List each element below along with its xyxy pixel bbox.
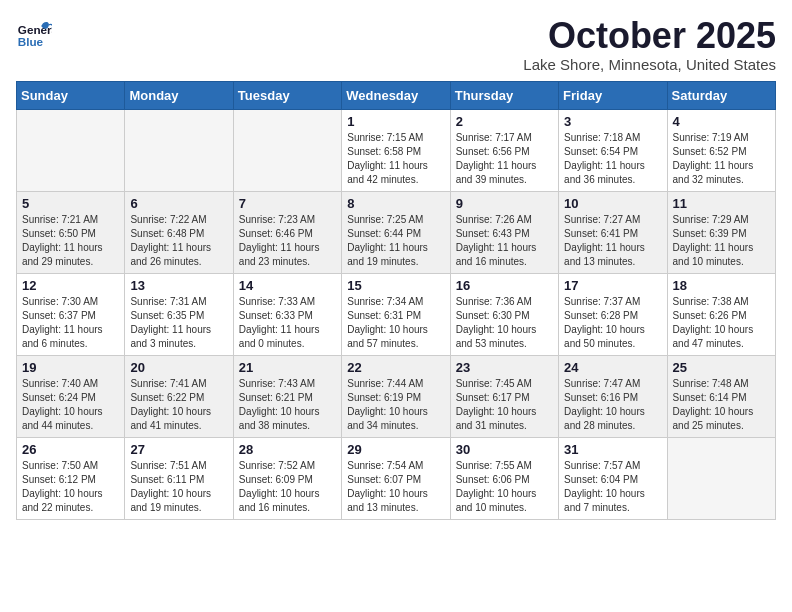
day-info: Sunrise: 7:25 AM Sunset: 6:44 PM Dayligh… — [347, 213, 444, 269]
calendar-cell: 31Sunrise: 7:57 AM Sunset: 6:04 PM Dayli… — [559, 437, 667, 519]
day-number: 5 — [22, 196, 119, 211]
weekday-header-tuesday: Tuesday — [233, 81, 341, 109]
calendar-cell: 6Sunrise: 7:22 AM Sunset: 6:48 PM Daylig… — [125, 191, 233, 273]
weekday-header-wednesday: Wednesday — [342, 81, 450, 109]
day-info: Sunrise: 7:19 AM Sunset: 6:52 PM Dayligh… — [673, 131, 770, 187]
weekday-header-sunday: Sunday — [17, 81, 125, 109]
logo-icon: General Blue — [16, 16, 52, 52]
calendar-cell — [125, 109, 233, 191]
month-title: October 2025 — [523, 16, 776, 56]
day-info: Sunrise: 7:38 AM Sunset: 6:26 PM Dayligh… — [673, 295, 770, 351]
calendar-cell — [17, 109, 125, 191]
calendar-cell: 18Sunrise: 7:38 AM Sunset: 6:26 PM Dayli… — [667, 273, 775, 355]
day-number: 9 — [456, 196, 553, 211]
calendar-cell: 3Sunrise: 7:18 AM Sunset: 6:54 PM Daylig… — [559, 109, 667, 191]
day-number: 18 — [673, 278, 770, 293]
page-header: General Blue October 2025 Lake Shore, Mi… — [16, 16, 776, 73]
calendar-cell: 29Sunrise: 7:54 AM Sunset: 6:07 PM Dayli… — [342, 437, 450, 519]
day-number: 4 — [673, 114, 770, 129]
day-number: 25 — [673, 360, 770, 375]
day-number: 8 — [347, 196, 444, 211]
day-info: Sunrise: 7:17 AM Sunset: 6:56 PM Dayligh… — [456, 131, 553, 187]
day-info: Sunrise: 7:15 AM Sunset: 6:58 PM Dayligh… — [347, 131, 444, 187]
day-number: 10 — [564, 196, 661, 211]
calendar-cell: 7Sunrise: 7:23 AM Sunset: 6:46 PM Daylig… — [233, 191, 341, 273]
calendar-cell — [233, 109, 341, 191]
day-info: Sunrise: 7:52 AM Sunset: 6:09 PM Dayligh… — [239, 459, 336, 515]
day-number: 30 — [456, 442, 553, 457]
calendar-cell: 23Sunrise: 7:45 AM Sunset: 6:17 PM Dayli… — [450, 355, 558, 437]
calendar-cell: 19Sunrise: 7:40 AM Sunset: 6:24 PM Dayli… — [17, 355, 125, 437]
calendar-cell: 25Sunrise: 7:48 AM Sunset: 6:14 PM Dayli… — [667, 355, 775, 437]
day-number: 15 — [347, 278, 444, 293]
calendar-week-row: 12Sunrise: 7:30 AM Sunset: 6:37 PM Dayli… — [17, 273, 776, 355]
calendar-cell: 14Sunrise: 7:33 AM Sunset: 6:33 PM Dayli… — [233, 273, 341, 355]
day-info: Sunrise: 7:37 AM Sunset: 6:28 PM Dayligh… — [564, 295, 661, 351]
day-info: Sunrise: 7:47 AM Sunset: 6:16 PM Dayligh… — [564, 377, 661, 433]
calendar-week-row: 5Sunrise: 7:21 AM Sunset: 6:50 PM Daylig… — [17, 191, 776, 273]
day-number: 24 — [564, 360, 661, 375]
weekday-header-friday: Friday — [559, 81, 667, 109]
calendar-cell: 26Sunrise: 7:50 AM Sunset: 6:12 PM Dayli… — [17, 437, 125, 519]
day-number: 27 — [130, 442, 227, 457]
day-info: Sunrise: 7:41 AM Sunset: 6:22 PM Dayligh… — [130, 377, 227, 433]
calendar-cell: 28Sunrise: 7:52 AM Sunset: 6:09 PM Dayli… — [233, 437, 341, 519]
day-number: 14 — [239, 278, 336, 293]
title-section: October 2025 Lake Shore, Minnesota, Unit… — [523, 16, 776, 73]
calendar-cell: 21Sunrise: 7:43 AM Sunset: 6:21 PM Dayli… — [233, 355, 341, 437]
day-info: Sunrise: 7:26 AM Sunset: 6:43 PM Dayligh… — [456, 213, 553, 269]
day-info: Sunrise: 7:50 AM Sunset: 6:12 PM Dayligh… — [22, 459, 119, 515]
day-info: Sunrise: 7:44 AM Sunset: 6:19 PM Dayligh… — [347, 377, 444, 433]
day-number: 20 — [130, 360, 227, 375]
day-number: 22 — [347, 360, 444, 375]
day-number: 2 — [456, 114, 553, 129]
day-number: 3 — [564, 114, 661, 129]
day-info: Sunrise: 7:55 AM Sunset: 6:06 PM Dayligh… — [456, 459, 553, 515]
day-info: Sunrise: 7:40 AM Sunset: 6:24 PM Dayligh… — [22, 377, 119, 433]
day-number: 26 — [22, 442, 119, 457]
calendar-week-row: 19Sunrise: 7:40 AM Sunset: 6:24 PM Dayli… — [17, 355, 776, 437]
day-info: Sunrise: 7:22 AM Sunset: 6:48 PM Dayligh… — [130, 213, 227, 269]
calendar-cell: 13Sunrise: 7:31 AM Sunset: 6:35 PM Dayli… — [125, 273, 233, 355]
calendar-cell: 10Sunrise: 7:27 AM Sunset: 6:41 PM Dayli… — [559, 191, 667, 273]
calendar-week-row: 1Sunrise: 7:15 AM Sunset: 6:58 PM Daylig… — [17, 109, 776, 191]
calendar-cell: 30Sunrise: 7:55 AM Sunset: 6:06 PM Dayli… — [450, 437, 558, 519]
day-info: Sunrise: 7:54 AM Sunset: 6:07 PM Dayligh… — [347, 459, 444, 515]
calendar-cell: 24Sunrise: 7:47 AM Sunset: 6:16 PM Dayli… — [559, 355, 667, 437]
day-number: 1 — [347, 114, 444, 129]
day-info: Sunrise: 7:45 AM Sunset: 6:17 PM Dayligh… — [456, 377, 553, 433]
day-number: 23 — [456, 360, 553, 375]
calendar-cell: 27Sunrise: 7:51 AM Sunset: 6:11 PM Dayli… — [125, 437, 233, 519]
day-number: 19 — [22, 360, 119, 375]
weekday-header-row: SundayMondayTuesdayWednesdayThursdayFrid… — [17, 81, 776, 109]
day-number: 31 — [564, 442, 661, 457]
weekday-header-monday: Monday — [125, 81, 233, 109]
day-info: Sunrise: 7:33 AM Sunset: 6:33 PM Dayligh… — [239, 295, 336, 351]
day-info: Sunrise: 7:18 AM Sunset: 6:54 PM Dayligh… — [564, 131, 661, 187]
day-info: Sunrise: 7:30 AM Sunset: 6:37 PM Dayligh… — [22, 295, 119, 351]
day-info: Sunrise: 7:23 AM Sunset: 6:46 PM Dayligh… — [239, 213, 336, 269]
day-info: Sunrise: 7:29 AM Sunset: 6:39 PM Dayligh… — [673, 213, 770, 269]
calendar-cell: 8Sunrise: 7:25 AM Sunset: 6:44 PM Daylig… — [342, 191, 450, 273]
calendar-cell: 20Sunrise: 7:41 AM Sunset: 6:22 PM Dayli… — [125, 355, 233, 437]
calendar-cell: 2Sunrise: 7:17 AM Sunset: 6:56 PM Daylig… — [450, 109, 558, 191]
calendar-cell — [667, 437, 775, 519]
calendar-week-row: 26Sunrise: 7:50 AM Sunset: 6:12 PM Dayli… — [17, 437, 776, 519]
day-info: Sunrise: 7:34 AM Sunset: 6:31 PM Dayligh… — [347, 295, 444, 351]
calendar-cell: 22Sunrise: 7:44 AM Sunset: 6:19 PM Dayli… — [342, 355, 450, 437]
weekday-header-saturday: Saturday — [667, 81, 775, 109]
calendar-cell: 17Sunrise: 7:37 AM Sunset: 6:28 PM Dayli… — [559, 273, 667, 355]
day-number: 7 — [239, 196, 336, 211]
day-info: Sunrise: 7:51 AM Sunset: 6:11 PM Dayligh… — [130, 459, 227, 515]
day-number: 16 — [456, 278, 553, 293]
day-info: Sunrise: 7:43 AM Sunset: 6:21 PM Dayligh… — [239, 377, 336, 433]
day-info: Sunrise: 7:21 AM Sunset: 6:50 PM Dayligh… — [22, 213, 119, 269]
day-number: 13 — [130, 278, 227, 293]
day-info: Sunrise: 7:27 AM Sunset: 6:41 PM Dayligh… — [564, 213, 661, 269]
svg-text:Blue: Blue — [18, 35, 44, 48]
calendar-cell: 16Sunrise: 7:36 AM Sunset: 6:30 PM Dayli… — [450, 273, 558, 355]
calendar-cell: 9Sunrise: 7:26 AM Sunset: 6:43 PM Daylig… — [450, 191, 558, 273]
calendar-cell: 11Sunrise: 7:29 AM Sunset: 6:39 PM Dayli… — [667, 191, 775, 273]
logo: General Blue — [16, 16, 52, 52]
day-number: 29 — [347, 442, 444, 457]
